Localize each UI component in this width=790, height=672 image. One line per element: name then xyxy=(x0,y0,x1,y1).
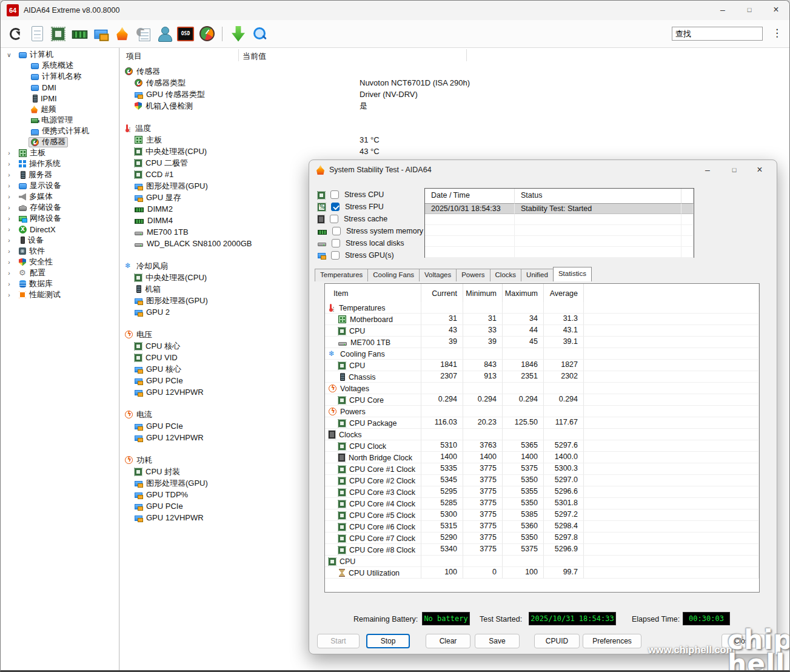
stats-row[interactable]: Motherboard 31 31 34 31.3 xyxy=(325,314,759,325)
start-button[interactable]: Start xyxy=(317,634,360,648)
close-button[interactable]: × xyxy=(763,1,789,19)
log-col-datetime[interactable]: Date / Time xyxy=(425,189,515,203)
tree-chevron-icon[interactable]: › xyxy=(5,248,13,255)
tree-item[interactable]: IPMI xyxy=(1,93,119,104)
stats-row[interactable]: CPU Core #1 Clock 5335 3775 5375 5300.3 xyxy=(325,463,759,475)
tree-chevron-icon[interactable]: › xyxy=(5,259,13,266)
stats-col-minimum[interactable]: Minimum xyxy=(463,284,503,302)
tree-item[interactable]: › 多媒体 xyxy=(1,191,119,202)
tree-item[interactable]: DMI xyxy=(1,82,119,93)
cpu-info-button[interactable] xyxy=(48,24,69,44)
tree-item[interactable]: › 配置 xyxy=(1,267,119,278)
tree-chevron-icon[interactable]: ∨ xyxy=(5,52,13,58)
tree-item[interactable]: › 软件 xyxy=(1,246,119,257)
tree-chevron-icon[interactable]: › xyxy=(5,183,13,189)
sensor-row[interactable]: 中央处理器(CPU) 43 °C xyxy=(120,146,790,157)
column-header-item[interactable]: 项目 xyxy=(126,51,142,62)
stats-row[interactable]: CPU Utilization 100 0 100 99.7 xyxy=(325,567,759,579)
stats-row[interactable]: CPU Core #3 Clock 5295 3775 5355 5296.6 xyxy=(325,486,759,498)
stats-row[interactable]: Clocks xyxy=(325,429,759,440)
dialog-tab[interactable]: Temperatures xyxy=(315,269,368,281)
tree-item[interactable]: › 数据库 xyxy=(1,278,119,289)
dialog-tab[interactable]: Powers xyxy=(456,269,490,281)
refresh-button[interactable] xyxy=(5,24,26,44)
tree-item[interactable]: 电源管理 xyxy=(1,115,119,126)
cpuid-button[interactable]: CPUID xyxy=(534,634,580,648)
preferences-button[interactable]: Preferences xyxy=(583,634,641,648)
column-header-value[interactable]: 当前值 xyxy=(243,51,266,62)
stress-checkbox[interactable] xyxy=(332,239,340,247)
sensor-row[interactable]: GPU 传感器类型 Driver (NV-DRV) xyxy=(120,89,790,100)
tree-item[interactable]: › 存储设备 xyxy=(1,202,119,213)
sensor-panel-button[interactable] xyxy=(196,24,217,44)
sensor-row[interactable]: 传感器 xyxy=(120,66,790,77)
search-input[interactable] xyxy=(672,27,763,41)
tree-chevron-icon[interactable]: › xyxy=(5,172,13,178)
stats-row[interactable]: CPU xyxy=(325,556,759,567)
stats-row[interactable]: Powers xyxy=(325,406,759,417)
stats-row[interactable]: CPU Core #7 Clock 5290 3775 5350 5297.8 xyxy=(325,533,759,544)
dialog-minimize-button[interactable]: – xyxy=(697,161,718,178)
memory-info-button[interactable] xyxy=(69,24,90,44)
download-button[interactable] xyxy=(228,24,249,44)
stats-col-average[interactable]: Average xyxy=(544,284,584,302)
stats-row[interactable]: CPU 43 33 44 43.1 xyxy=(325,325,759,337)
minimize-button[interactable]: – xyxy=(709,1,736,19)
osd-button[interactable] xyxy=(175,24,196,44)
stats-row[interactable]: North Bridge Clock 1400 1400 1400 1400.0 xyxy=(325,452,759,463)
dialog-tab[interactable]: Clocks xyxy=(490,269,522,281)
gpu-info-button[interactable] xyxy=(90,24,111,44)
dialog-tab[interactable]: Statistics xyxy=(553,267,592,281)
stats-row[interactable]: CPU Clock 5310 3763 5365 5297.6 xyxy=(325,440,759,452)
maximize-button[interactable]: □ xyxy=(736,1,763,19)
stats-col-item[interactable]: Item xyxy=(325,284,421,302)
sensor-row[interactable]: 传感器类型 Nuvoton NCT6701D (ISA 290h) xyxy=(120,77,790,89)
stress-checkbox[interactable] xyxy=(331,251,340,260)
tree-item[interactable]: › 主板 xyxy=(1,147,119,158)
tree-chevron-icon[interactable]: › xyxy=(5,215,13,222)
report-wizard-button[interactable] xyxy=(133,24,153,44)
stress-checkbox[interactable] xyxy=(330,190,339,199)
tree-item[interactable]: › 安全性 xyxy=(1,257,119,267)
stats-row[interactable]: CPU Core 0.294 0.294 0.294 0.294 xyxy=(325,394,759,406)
save-button[interactable]: Save xyxy=(475,634,520,648)
stability-test-button[interactable] xyxy=(112,24,132,44)
sensor-row[interactable] xyxy=(120,112,790,123)
dialog-tab[interactable]: Unified xyxy=(521,269,554,281)
tree-item[interactable]: › 网络设备 xyxy=(1,213,119,224)
tree-item[interactable]: 计算机名称 xyxy=(1,71,119,82)
kebab-menu-icon[interactable]: ⋮ xyxy=(772,26,782,41)
tree-chevron-icon[interactable]: › xyxy=(5,270,13,277)
stats-row[interactable]: ME700 1TB 39 39 45 39.1 xyxy=(325,337,759,348)
stress-checkbox[interactable] xyxy=(330,215,338,223)
stats-row[interactable]: CPU Core #5 Clock 5300 3775 5385 5297.2 xyxy=(325,509,759,521)
tree-item[interactable]: › 操作系统 xyxy=(1,158,119,169)
stats-row[interactable]: Chassis 2307 913 2351 2302 xyxy=(325,371,759,383)
tree-item[interactable]: 传感器 xyxy=(1,136,119,147)
dialog-tab[interactable]: Voltages xyxy=(419,269,457,281)
log-row[interactable]: 2025/10/31 18:54:33 Stability Test: Star… xyxy=(425,203,694,214)
tree-chevron-icon[interactable]: › xyxy=(5,226,13,233)
stats-col-maximum[interactable]: Maximum xyxy=(503,284,544,302)
tree-item[interactable]: 超频 xyxy=(1,104,119,115)
stats-row[interactable]: CPU Core #2 Clock 5345 3775 5350 5297.0 xyxy=(325,475,759,486)
stress-checkbox[interactable] xyxy=(332,227,341,235)
clear-button[interactable]: Clear xyxy=(426,634,470,648)
stats-col-current[interactable]: Current xyxy=(421,284,463,302)
tree-item[interactable]: › 服务器 xyxy=(1,169,119,180)
tree-chevron-icon[interactable]: › xyxy=(5,281,13,287)
dialog-maximize-button[interactable]: □ xyxy=(723,161,745,178)
sensor-row[interactable]: 机箱入侵检测 是 xyxy=(120,100,790,112)
stats-row[interactable]: CPU Core #6 Clock 5315 3775 5360 5298.4 xyxy=(325,521,759,533)
report-button[interactable] xyxy=(27,24,47,44)
log-col-status[interactable]: Status xyxy=(515,189,681,203)
tree-item[interactable]: › 显示设备 xyxy=(1,180,119,191)
tree-item[interactable]: 系统概述 xyxy=(1,60,119,71)
tree-chevron-icon[interactable]: › xyxy=(5,204,13,211)
sensor-row[interactable]: 温度 xyxy=(120,123,790,134)
tree-item[interactable]: › 设备 xyxy=(1,235,119,246)
user-button[interactable] xyxy=(154,24,175,44)
tree-item[interactable]: ∨ 计算机 xyxy=(1,49,119,60)
stats-row[interactable]: CPU Core #4 Clock 5285 3775 5350 5301.8 xyxy=(325,498,759,509)
stats-row[interactable]: CPU 1841 843 1846 1827 xyxy=(325,360,759,371)
